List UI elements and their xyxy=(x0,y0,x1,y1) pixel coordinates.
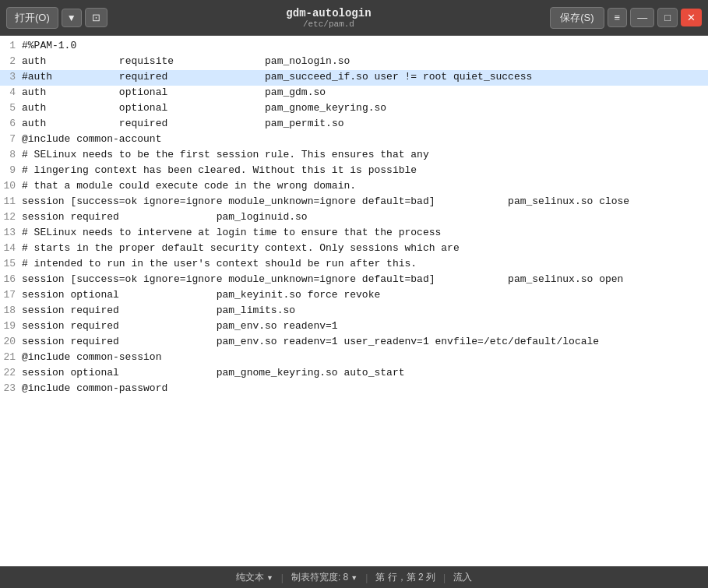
line-number: 11 xyxy=(0,195,22,207)
line-number: 4 xyxy=(0,86,22,98)
line-number: 8 xyxy=(0,149,22,160)
editor-area[interactable]: 1#%PAM-1.02auth requisite pam_nologin.so… xyxy=(0,36,708,566)
line-row[interactable]: 5auth optional pam_gnome_keyring.so xyxy=(0,101,708,117)
line-row[interactable]: 20session required pam_env.so readenv=1 … xyxy=(0,335,708,350)
line-number: 9 xyxy=(0,164,22,176)
tab-width-button[interactable]: 制表符宽度: 8 ▼ xyxy=(291,571,358,584)
line-row[interactable]: 3#auth required pam_succeed_if.so user !… xyxy=(0,70,708,86)
minimize-button[interactable]: — xyxy=(630,8,654,27)
line-row[interactable]: 11session [success=ok ignore=ignore modu… xyxy=(0,195,708,210)
pin-button[interactable]: ⊡ xyxy=(85,8,107,27)
menu-button[interactable]: ≡ xyxy=(608,8,628,27)
line-content: # SELinux needs to intervene at login ti… xyxy=(22,227,441,238)
line-number: 14 xyxy=(0,242,22,254)
line-content: @include common-password xyxy=(22,382,167,394)
tab-width-arrow: ▼ xyxy=(350,574,358,582)
line-row[interactable]: 13# SELinux needs to intervene at login … xyxy=(0,226,708,241)
line-content: # lingering context has been cleared. Wi… xyxy=(22,164,417,176)
line-number: 17 xyxy=(0,289,22,301)
line-number: 22 xyxy=(0,367,22,379)
line-content: # intended to run in the user's context … xyxy=(22,258,417,269)
line-row[interactable]: 9# lingering context has been cleared. W… xyxy=(0,164,708,179)
line-number: 18 xyxy=(0,305,22,316)
statusbar-center: 纯文本 ▼ | 制表符宽度: 8 ▼ | 第 行，第 2 列 | 流入 xyxy=(236,571,472,584)
line-content: session required pam_env.so readenv=1 us… xyxy=(22,336,599,347)
line-content: session required pam_limits.so xyxy=(22,305,295,316)
open-button[interactable]: 打开(O) xyxy=(6,7,58,29)
line-number: 21 xyxy=(0,351,22,363)
line-row[interactable]: 18session required pam_limits.so xyxy=(0,304,708,319)
line-number: 5 xyxy=(0,102,22,114)
open-dropdown-button[interactable]: ▼ xyxy=(62,9,82,27)
line-row[interactable]: 8# SELinux needs to be the first session… xyxy=(0,148,708,164)
line-number: 2 xyxy=(0,55,22,67)
line-row[interactable]: 10# that a module could execute code in … xyxy=(0,179,708,195)
line-content: auth requisite pam_nologin.so xyxy=(22,55,350,67)
line-content: session required pam_loginuid.so xyxy=(22,211,308,223)
cursor-position: 第 行，第 2 列 xyxy=(375,571,435,584)
line-row[interactable]: 4auth optional pam_gdm.so xyxy=(0,86,708,101)
line-row[interactable]: 22session optional pam_gnome_keyring.so … xyxy=(0,366,708,382)
line-row[interactable]: 21@include common-session xyxy=(0,350,708,366)
line-number: 12 xyxy=(0,211,22,223)
line-content: @include common-session xyxy=(22,351,161,363)
line-content: @include common-account xyxy=(22,133,161,145)
line-row[interactable]: 15# intended to run in the user's contex… xyxy=(0,257,708,273)
line-number: 13 xyxy=(0,227,22,238)
tab-width-label: 制表符宽度: 8 xyxy=(291,571,348,584)
line-number: 10 xyxy=(0,180,22,192)
line-content: # that a module could execute code in th… xyxy=(22,180,356,192)
line-number: 15 xyxy=(0,258,22,269)
line-number: 6 xyxy=(0,118,22,129)
line-content: # starts in the proper default security … xyxy=(22,242,460,254)
line-row[interactable]: 14# starts in the proper default securit… xyxy=(0,241,708,257)
insert-mode: 流入 xyxy=(453,571,472,584)
line-number: 16 xyxy=(0,273,22,285)
line-number: 3 xyxy=(0,71,22,83)
save-button[interactable]: 保存(S) xyxy=(550,7,604,29)
line-number: 19 xyxy=(0,320,22,332)
text-type-button[interactable]: 纯文本 ▼ xyxy=(236,571,273,584)
line-row[interactable]: 12session required pam_loginuid.so xyxy=(0,210,708,226)
line-content: session optional pam_keyinit.so force re… xyxy=(22,289,380,301)
line-content: auth required pam_permit.so xyxy=(22,118,343,129)
line-content: auth optional pam_gdm.so xyxy=(22,86,326,98)
titlebar: 打开(O) ▼ ⊡ gdm-autologin /etc/pam.d 保存(S)… xyxy=(0,0,708,36)
statusbar-separator1: | xyxy=(281,572,284,583)
line-row[interactable]: 7@include common-account xyxy=(0,132,708,148)
line-content: session [success=ok ignore=ignore module… xyxy=(22,195,629,207)
line-content: session [success=ok ignore=ignore module… xyxy=(22,273,623,285)
line-content: auth optional pam_gnome_keyring.so xyxy=(22,102,386,114)
maximize-button[interactable]: □ xyxy=(657,8,678,27)
line-content: #auth required pam_succeed_if.so user !=… xyxy=(22,71,532,83)
line-row[interactable]: 23@include common-password xyxy=(0,382,708,397)
line-row[interactable]: 2auth requisite pam_nologin.so xyxy=(0,55,708,70)
titlebar-center: gdm-autologin /etc/pam.d xyxy=(107,7,551,29)
text-type-arrow: ▼ xyxy=(266,574,273,582)
statusbar-separator2: | xyxy=(365,572,368,583)
line-content: session required pam_env.so readenv=1 xyxy=(22,320,338,332)
line-number: 1 xyxy=(0,40,22,51)
line-number: 20 xyxy=(0,336,22,347)
line-content: #%PAM-1.0 xyxy=(22,40,76,51)
line-row[interactable]: 16session [success=ok ignore=ignore modu… xyxy=(0,273,708,288)
line-row[interactable]: 19session required pam_env.so readenv=1 xyxy=(0,319,708,335)
line-content: # SELinux needs to be the first session … xyxy=(22,149,429,160)
titlebar-right: 保存(S) ≡ — □ ✕ xyxy=(550,7,702,29)
line-row[interactable]: 17session optional pam_keyinit.so force … xyxy=(0,288,708,304)
line-row[interactable]: 1#%PAM-1.0 xyxy=(0,39,708,55)
line-number: 23 xyxy=(0,382,22,394)
text-type-label: 纯文本 xyxy=(236,571,264,584)
line-row[interactable]: 6auth required pam_permit.so xyxy=(0,117,708,132)
statusbar: 纯文本 ▼ | 制表符宽度: 8 ▼ | 第 行，第 2 列 | 流入 xyxy=(0,566,708,588)
window-title: gdm-autologin xyxy=(107,7,551,19)
line-content: session optional pam_gnome_keyring.so au… xyxy=(22,367,404,379)
window-subtitle: /etc/pam.d xyxy=(107,19,551,29)
statusbar-separator3: | xyxy=(443,572,446,583)
line-number: 7 xyxy=(0,133,22,145)
close-button[interactable]: ✕ xyxy=(681,9,702,26)
titlebar-left: 打开(O) ▼ ⊡ xyxy=(6,7,107,29)
